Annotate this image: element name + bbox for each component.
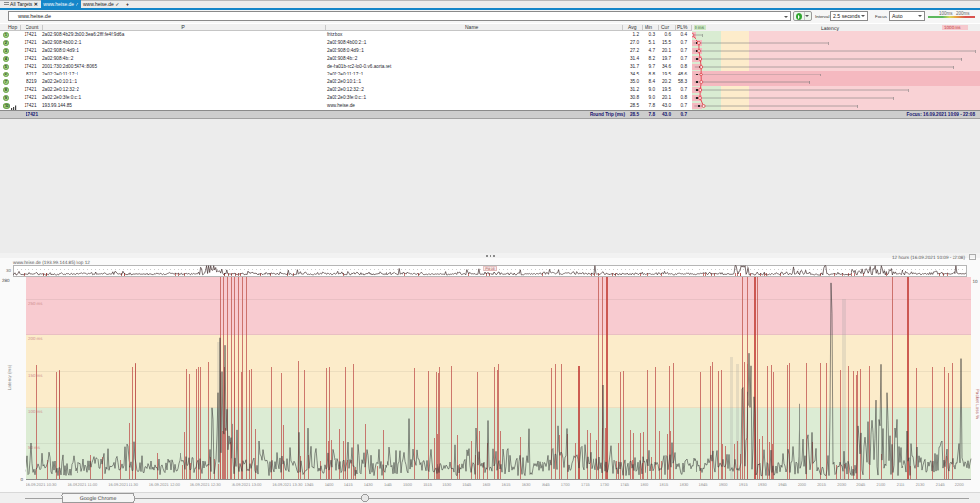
svg-text:2130: 2130: [916, 482, 926, 487]
svg-text:1930: 1930: [758, 482, 768, 487]
svg-text:16.09.2021 12:00: 16.09.2021 12:00: [149, 482, 181, 487]
svg-text:Latency: Latency: [821, 26, 840, 32]
svg-text:1845: 1845: [699, 482, 709, 487]
svg-text:1915: 1915: [739, 482, 748, 487]
svg-text:150 ms: 150 ms: [28, 373, 43, 377]
svg-text:1745: 1745: [620, 482, 630, 487]
svg-text:16.09.2021 13:30: 16.09.2021 13:30: [272, 482, 303, 487]
svg-text:2115: 2115: [897, 482, 905, 487]
svg-text:0: 0: [20, 478, 23, 482]
svg-text:1500: 1500: [403, 482, 413, 487]
svg-text:50 ms: 50 ms: [28, 445, 41, 450]
svg-text:12 hours (16.09.2021 10:09 - 2: 12 hours (16.09.2021 10:09 - 22:08): [892, 255, 965, 260]
svg-text:1630: 1630: [522, 482, 532, 487]
svg-text:250 ms: 250 ms: [28, 301, 43, 306]
svg-text:2200: 2200: [955, 482, 965, 487]
svg-text:1445: 1445: [384, 482, 393, 487]
svg-text:16.09.2021 11:00: 16.09.2021 11:00: [67, 482, 98, 487]
svg-text:16.09.2021 10:30: 16.09.2021 10:30: [26, 482, 57, 487]
svg-text:1345: 1345: [305, 482, 315, 487]
svg-text:2000: 2000: [798, 482, 807, 487]
svg-text:1000 ms: 1000 ms: [944, 25, 961, 30]
svg-text:Latency (ms): Latency (ms): [7, 364, 12, 390]
svg-text:10: 10: [973, 279, 979, 284]
svg-text:1645: 1645: [542, 482, 551, 487]
svg-text:200 ms: 200 ms: [28, 336, 43, 341]
svg-text:1800: 1800: [640, 482, 649, 487]
svg-text:PW 08: PW 08: [485, 267, 495, 271]
svg-text:2030: 2030: [837, 482, 847, 487]
svg-text:0 ms: 0 ms: [695, 25, 705, 30]
svg-text:2100: 2100: [876, 482, 886, 487]
svg-text:1730: 1730: [600, 482, 610, 487]
svg-text:1430: 1430: [364, 482, 374, 487]
svg-text:1515: 1515: [423, 482, 433, 487]
svg-text:100 ms: 100 ms: [28, 409, 43, 414]
svg-text:16.09.2021 13:00: 16.09.2021 13:00: [231, 482, 262, 487]
svg-text:16.09.2021 11:30: 16.09.2021 11:30: [108, 482, 139, 487]
svg-text:1615: 1615: [502, 482, 512, 487]
svg-text:1900: 1900: [719, 482, 729, 487]
svg-text:1530: 1530: [442, 482, 452, 487]
svg-text:2015: 2015: [817, 482, 827, 487]
svg-text:30: 30: [6, 268, 11, 273]
svg-text:1415: 1415: [344, 482, 354, 487]
svg-text:www.heise.de (193.99.144.85) h: www.heise.de (193.99.144.85) hop 12: [13, 260, 90, 265]
svg-text:Packet Loss %: Packet Loss %: [975, 389, 980, 419]
svg-text:1815: 1815: [659, 482, 669, 487]
svg-text:1400: 1400: [325, 482, 335, 487]
svg-text:1715: 1715: [581, 482, 591, 487]
svg-text:1700: 1700: [561, 482, 571, 487]
svg-text:2145: 2145: [936, 482, 946, 487]
svg-text:1830: 1830: [679, 482, 689, 487]
svg-text:280: 280: [2, 278, 10, 283]
svg-text:Google Chrome: Google Chrome: [80, 496, 117, 502]
svg-text:1545: 1545: [462, 482, 472, 487]
svg-text:1600: 1600: [482, 482, 491, 487]
svg-text:16.09.2021 12:30: 16.09.2021 12:30: [190, 482, 222, 487]
svg-text:1945: 1945: [778, 482, 788, 487]
svg-text:2045: 2045: [856, 482, 866, 487]
